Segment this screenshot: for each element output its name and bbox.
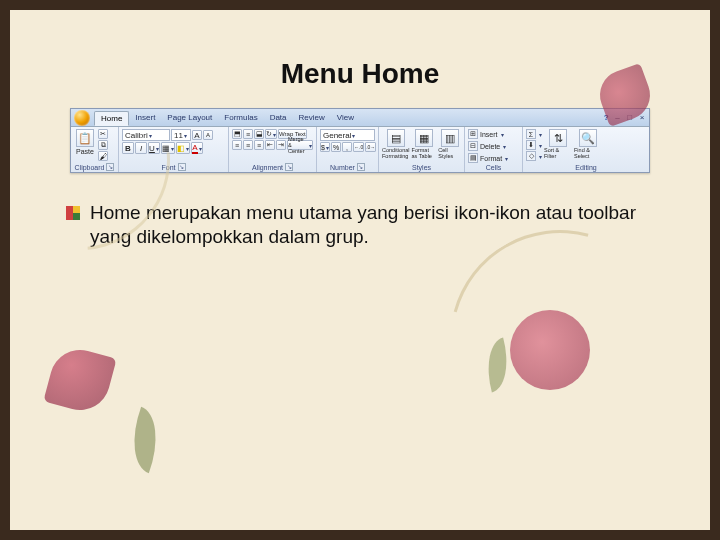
font-size-select[interactable]: 11 — [171, 129, 191, 141]
group-cells: ⊞Insert ⊟Delete ▤Format Cells — [465, 127, 523, 172]
grow-font-icon: A — [194, 131, 199, 140]
group-styles: ▤ Conditional Formatting ▦ Format as Tab… — [379, 127, 465, 172]
decorative-flower — [510, 310, 590, 390]
align-middle-button[interactable]: ≡ — [243, 129, 253, 139]
cond-format-icon: ▤ — [387, 129, 405, 147]
insert-icon: ⊞ — [468, 129, 478, 139]
group-cells-label: Cells — [486, 164, 502, 171]
format-as-table-button[interactable]: ▦ Format as Table — [412, 129, 437, 159]
format-cells-button[interactable]: ▤Format — [468, 153, 508, 163]
font-color-button[interactable]: A — [191, 142, 203, 154]
decrease-indent-button[interactable]: ⇤ — [265, 140, 275, 150]
dialog-launcher-icon[interactable]: ↘ — [178, 163, 186, 171]
find-select-button[interactable]: 🔍 Find & Select — [574, 129, 602, 159]
percent-icon: % — [333, 144, 339, 151]
insert-cells-button[interactable]: ⊞Insert — [468, 129, 504, 139]
clear-button[interactable]: ◇ — [526, 151, 542, 161]
format-table-icon: ▦ — [415, 129, 433, 147]
align-top-button[interactable]: ⬒ — [232, 129, 242, 139]
delete-cells-button[interactable]: ⊟Delete — [468, 141, 506, 151]
group-number-label: Number — [330, 164, 355, 171]
sort-filter-icon: ⇅ — [549, 129, 567, 147]
indent-dec-icon: ⇤ — [267, 141, 273, 149]
align-right-button[interactable]: ≡ — [254, 140, 264, 150]
clear-icon: ◇ — [526, 151, 536, 161]
shrink-font-icon: A — [206, 132, 210, 138]
align-right-icon: ≡ — [257, 142, 261, 149]
merge-center-button[interactable]: Merge & Center — [287, 140, 313, 150]
align-top-icon: ⬒ — [234, 130, 241, 138]
comma-icon: , — [346, 144, 348, 151]
delete-icon: ⊟ — [468, 141, 478, 151]
orientation-icon: ↻ — [266, 130, 272, 138]
group-editing: Σ ⬇ ◇ ⇅ Sort & Filter 🔍 Find & Select Ed… — [523, 127, 649, 172]
indent-inc-icon: ⇥ — [278, 141, 284, 149]
tab-review[interactable]: Review — [293, 111, 331, 124]
align-center-button[interactable]: ≡ — [243, 140, 253, 150]
decorative-flower — [43, 343, 116, 416]
grow-font-button[interactable]: A — [192, 130, 202, 140]
align-center-icon: ≡ — [246, 142, 250, 149]
group-alignment-label: Alignment — [252, 164, 283, 171]
tab-view[interactable]: View — [331, 111, 360, 124]
dialog-launcher-icon[interactable]: ↘ — [285, 163, 293, 171]
inc-dec-icon: ←.0 — [354, 144, 363, 150]
fill-button[interactable]: ⬇ — [526, 140, 542, 150]
tab-page-layout[interactable]: Page Layout — [161, 111, 218, 124]
percent-button[interactable]: % — [331, 142, 341, 152]
cell-styles-icon: ▥ — [441, 129, 459, 147]
align-left-icon: ≡ — [235, 142, 239, 149]
find-icon: 🔍 — [579, 129, 597, 147]
font-color-icon: A — [192, 143, 197, 154]
autosum-button[interactable]: Σ — [526, 129, 542, 139]
align-middle-icon: ≡ — [246, 131, 250, 138]
fill-down-icon: ⬇ — [526, 140, 536, 150]
align-left-button[interactable]: ≡ — [232, 140, 242, 150]
group-number: General $ % , ←.0 .0→ Number↘ — [317, 127, 379, 172]
dialog-launcher-icon[interactable]: ↘ — [357, 163, 365, 171]
sort-filter-button[interactable]: ⇅ Sort & Filter — [544, 129, 572, 159]
group-styles-label: Styles — [412, 164, 431, 171]
dec-dec-icon: .0→ — [366, 144, 375, 150]
fill-icon: ◧ — [177, 144, 185, 153]
sum-icon: Σ — [526, 129, 536, 139]
orientation-button[interactable]: ↻ — [265, 129, 277, 139]
decrease-decimal-button[interactable]: .0→ — [365, 142, 376, 152]
cell-styles-button[interactable]: ▥ Cell Styles — [438, 129, 461, 159]
fill-color-button[interactable]: ◧ — [176, 142, 190, 154]
comma-button[interactable]: , — [342, 142, 352, 152]
number-format-select[interactable]: General — [320, 129, 375, 141]
currency-button[interactable]: $ — [320, 142, 330, 152]
increase-decimal-button[interactable]: ←.0 — [353, 142, 364, 152]
conditional-formatting-button[interactable]: ▤ Conditional Formatting — [382, 129, 410, 159]
increase-indent-button[interactable]: ⇥ — [276, 140, 286, 150]
align-bottom-icon: ⬓ — [256, 130, 263, 138]
group-alignment: ⬒ ≡ ⬓ ↻ Wrap Text ≡ ≡ ≡ ⇤ ⇥ Merge & Cent… — [229, 127, 317, 172]
tab-formulas[interactable]: Formulas — [218, 111, 263, 124]
group-editing-label: Editing — [575, 164, 596, 171]
currency-icon: $ — [321, 144, 325, 151]
shrink-font-button[interactable]: A — [203, 130, 213, 140]
tab-data[interactable]: Data — [264, 111, 293, 124]
align-bottom-button[interactable]: ⬓ — [254, 129, 264, 139]
decorative-leaf — [121, 407, 170, 474]
format-icon: ▤ — [468, 153, 478, 163]
